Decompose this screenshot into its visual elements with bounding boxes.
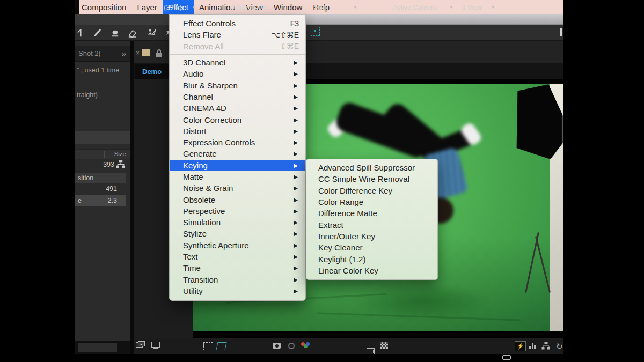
keying-submenu-item[interactable]: Difference Matte [306,208,437,219]
column-divider [104,151,105,158]
submenu-arrow-icon: ▶ [294,83,298,88]
partial-tool-icon[interactable] [76,27,87,39]
effect-menu-category[interactable]: Synthetic Aperture ▶ [170,240,305,251]
size-value: 393 [96,161,114,168]
submenu-arrow-icon: ▶ [294,139,298,145]
fast-previews-icon[interactable]: ⚡ [515,341,526,351]
camera-view-select[interactable]: Active Camera [393,4,437,11]
keying-submenu-item[interactable]: Advanced Spill Suppressor [306,162,437,173]
transparency-grid-icon[interactable] [367,348,375,354]
effect-menu-action[interactable]: Remove All ⇧⌘E [170,41,305,52]
effect-menu-category[interactable]: Noise & Grain ▶ [170,182,305,194]
effect-menu-category[interactable]: 3D Channel ▶ [170,57,305,68]
effect-menu-category[interactable]: Simulation ▶ [170,217,305,228]
current-timecode[interactable]: 0;00;01;02 [231,4,266,11]
menu-bar-item[interactable]: Composition [76,0,131,14]
stereo-3d-icon[interactable] [502,355,511,360]
effect-menu-category[interactable]: Transition ▶ [170,274,305,285]
effect-menu-category[interactable]: Text ▶ [170,251,305,262]
effect-menu-category[interactable]: Utility ▶ [170,285,305,297]
cropped-toolbar-icon [560,28,562,36]
keyboard-shortcut: ⇧⌘E [280,42,299,50]
effect-menu-category[interactable]: Generate ▶ [170,148,305,159]
project-panel-field[interactable] [75,131,130,144]
label-color-swatch[interactable] [142,49,150,56]
reset-exposure-icon[interactable]: ↻ [556,342,563,351]
keying-submenu-item[interactable]: Color Range [306,196,437,208]
menu-bar-item[interactable]: Layer [131,0,163,14]
table-row[interactable]: e 2.3 [75,195,126,206]
effect-menu-category[interactable]: Perspective ▶ [170,205,305,217]
submenu-arrow-icon: ▶ [294,231,298,237]
keyboard-shortcut: F3 [290,19,299,28]
monitor-icon[interactable] [151,342,160,349]
submenu-arrow-icon: ▶ [294,197,298,203]
composition-tab-label: Demo [135,68,162,76]
effect-menu-category[interactable]: Blur & Sharpen ▶ [170,79,305,91]
dropdown-arrow-icon[interactable]: ▼ [491,5,495,10]
submenu-arrow-icon: ▶ [294,208,298,214]
always-preview-icon[interactable]: ▸ [136,342,143,348]
region-of-interest-icon[interactable] [203,342,213,350]
submenu-arrow-icon: ▶ [294,105,298,111]
brush-tool-icon[interactable] [91,27,103,39]
dropdown-arrow-icon[interactable]: ▼ [353,5,357,10]
snapshot-camera-icon[interactable] [273,343,281,349]
roto-brush-tool-icon[interactable] [146,27,158,39]
submenu-arrow-icon: ▶ [294,94,298,100]
effect-menu-action[interactable]: Lens Flare ⌥⇧⌘E [170,29,305,40]
project-footer-field[interactable] [78,343,117,352]
submenu-arrow-icon: ▶ [294,174,298,180]
keying-submenu-item[interactable]: CC Simple Wire Removal [306,173,437,184]
effect-menu-category[interactable]: Time ▶ [170,262,305,274]
effect-menu-action[interactable]: Effect Controls F3 [170,18,305,29]
flowchart-icon[interactable] [116,160,126,168]
figure-shadow [354,283,488,320]
pixel-aspect-icon[interactable] [380,342,388,349]
project-columns-header[interactable]: Size [75,149,130,159]
keying-submenu-item[interactable]: Extract [306,219,437,230]
resolution-select[interactable]: Full [314,4,325,11]
dropdown-arrow-icon[interactable]: ▼ [449,5,453,10]
chevron-double-icon[interactable]: » [122,49,130,58]
clone-stamp-tool-icon[interactable] [109,27,121,39]
submenu-arrow-icon: ▶ [294,277,298,283]
effect-menu-category[interactable]: Expression Controls ▶ [170,137,305,148]
submenu-arrow-icon: ▶ [294,254,298,260]
keying-submenu-item[interactable]: Color Difference Key [306,185,437,196]
project-panel-tab[interactable]: Shot 2( » [75,46,130,62]
project-tab-label: Shot 2( [75,49,122,57]
channel-rgb-icon[interactable] [301,342,310,349]
effect-menu-category[interactable]: Obsolete ▶ [170,194,305,205]
keying-submenu-item[interactable]: Key Cleaner [306,242,437,253]
effect-menu-category[interactable]: Channel ▶ [170,91,305,102]
show-snapshot-icon[interactable] [288,343,295,349]
close-icon[interactable]: × [136,49,140,57]
effect-menu-category[interactable]: Keying ▶ [170,160,305,171]
effect-menu-category[interactable]: CINEMA 4D ▶ [170,102,305,114]
effect-menu-category[interactable]: Matte ▶ [170,171,305,182]
keying-submenu-item[interactable]: Linear Color Key [306,265,437,276]
size-column-header[interactable]: Size [114,151,126,157]
submenu-arrow-icon: ▶ [294,117,298,123]
timeline-graph-icon[interactable] [529,342,537,349]
effect-menu-category[interactable]: Audio ▶ [170,68,305,79]
submenu-arrow-icon: ▶ [294,128,298,134]
eraser-tool-icon[interactable] [126,27,138,39]
keying-submenu-item[interactable]: Inner/Outer Key [306,231,437,242]
menu-bar-item[interactable]: Window [268,0,308,14]
submenu-arrow-icon: ▶ [294,71,298,77]
effect-menu-category[interactable]: Distort ▶ [170,125,305,137]
keying-submenu-item[interactable]: Keylight (1.2) [306,253,437,264]
effect-menu-category[interactable]: Stylize ▶ [170,228,305,239]
table-row[interactable]: sition [75,173,126,183]
view-layout-select[interactable]: 1 View [462,4,482,11]
safe-zones-icon[interactable] [216,342,226,350]
dropdown-arrow-icon[interactable]: ▼ [192,5,196,10]
effect-menu-category[interactable]: Color Correction ▶ [170,114,305,125]
effect-dropdown-menu: Effect Controls F3 Lens Flare ⌥⇧⌘E Remov… [169,15,306,301]
selection-mode-icon[interactable] [311,27,320,36]
magnification-select[interactable]: (39%) [164,4,181,11]
flowchart-icon[interactable] [541,342,551,350]
submenu-arrow-icon: ▶ [294,265,298,271]
